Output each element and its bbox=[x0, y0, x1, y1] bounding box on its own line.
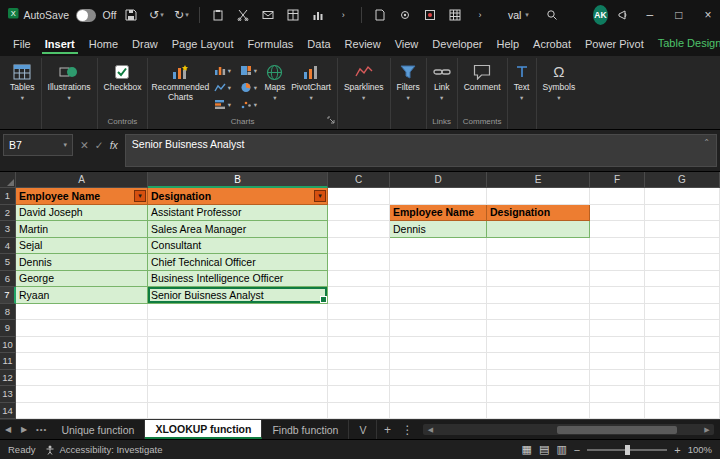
text-button[interactable]: Text ▾ bbox=[511, 58, 533, 101]
save-button[interactable] bbox=[121, 3, 141, 27]
maps-button[interactable]: Maps ▾ bbox=[261, 58, 288, 101]
zoom-in-icon[interactable]: + bbox=[674, 444, 680, 456]
search-icon[interactable] bbox=[542, 3, 562, 27]
cell-A9[interactable] bbox=[16, 320, 148, 337]
cell-E2[interactable]: Designation bbox=[487, 205, 590, 222]
column-chart-button[interactable]: ▾ bbox=[209, 62, 235, 79]
cell-F3[interactable] bbox=[590, 221, 645, 238]
cell-C7[interactable] bbox=[328, 287, 390, 304]
tab-view[interactable]: View bbox=[392, 33, 422, 54]
undo-button[interactable]: ↺▾ bbox=[146, 3, 166, 27]
checkbox-button[interactable]: Checkbox bbox=[101, 58, 145, 93]
cell-F9[interactable] bbox=[590, 320, 645, 337]
scroll-left-icon[interactable]: ◀ bbox=[423, 426, 437, 434]
tab-table-design[interactable]: Table Design bbox=[655, 32, 720, 54]
cell-C10[interactable] bbox=[328, 337, 390, 354]
cell-E10[interactable] bbox=[487, 337, 590, 354]
page-break-view-icon[interactable]: ▥ bbox=[556, 443, 566, 456]
column-header-D[interactable]: D bbox=[390, 172, 487, 188]
cell-E14[interactable] bbox=[487, 403, 590, 420]
cell-D3[interactable]: Dennis bbox=[390, 221, 487, 238]
cell-D5[interactable] bbox=[390, 254, 487, 271]
row-header-5[interactable]: 5 bbox=[0, 254, 16, 271]
cell-C3[interactable] bbox=[328, 221, 390, 238]
formula-input[interactable]: Senior Buisness Analyst ⌃ bbox=[125, 134, 717, 167]
cell-E9[interactable] bbox=[487, 320, 590, 337]
megaphone-icon[interactable] bbox=[613, 3, 633, 27]
cell-E4[interactable] bbox=[487, 238, 590, 255]
cell-B12[interactable] bbox=[148, 370, 328, 387]
cell-E13[interactable] bbox=[487, 386, 590, 403]
cell-E5[interactable] bbox=[487, 254, 590, 271]
horizontal-scrollbar[interactable]: ◀ ▶ bbox=[423, 424, 714, 435]
scroll-sheets-left-icon[interactable]: ◀ bbox=[0, 420, 16, 439]
cell-D14[interactable] bbox=[390, 403, 487, 420]
cell-E6[interactable] bbox=[487, 271, 590, 288]
cell-C4[interactable] bbox=[328, 238, 390, 255]
cell-D1[interactable] bbox=[390, 188, 487, 205]
collapse-formula-bar-icon[interactable]: ⌃ bbox=[703, 138, 710, 147]
cell-A8[interactable] bbox=[16, 304, 148, 321]
cell-F10[interactable] bbox=[590, 337, 645, 354]
cell-A2[interactable]: David Joseph bbox=[16, 205, 148, 222]
cell-G2[interactable] bbox=[645, 205, 720, 222]
cell-A7[interactable]: Ryaan bbox=[16, 287, 148, 304]
confirm-formula-icon[interactable]: ✓ bbox=[95, 139, 104, 151]
zoom-out-icon[interactable]: − bbox=[574, 444, 580, 456]
row-header-4[interactable]: 4 bbox=[0, 238, 16, 255]
cell-F11[interactable] bbox=[590, 353, 645, 370]
record-macro-icon[interactable] bbox=[420, 3, 440, 27]
grid-icon[interactable] bbox=[445, 3, 465, 27]
row-header-9[interactable]: 9 bbox=[0, 320, 16, 337]
avatar[interactable]: AK bbox=[593, 5, 608, 25]
tab-file[interactable]: File bbox=[10, 33, 34, 54]
quick-search-dropdown[interactable]: val ▾ bbox=[500, 7, 537, 23]
scatter-chart-button[interactable]: ▾ bbox=[235, 96, 261, 113]
cell-G3[interactable] bbox=[645, 221, 720, 238]
cell-B4[interactable]: Consultant bbox=[148, 238, 328, 255]
overflow-chevron-icon[interactable]: › bbox=[470, 3, 490, 27]
cell-C11[interactable] bbox=[328, 353, 390, 370]
cell-G1[interactable] bbox=[645, 188, 720, 205]
name-box[interactable]: B7 ▾ bbox=[3, 134, 73, 156]
illustrations-button[interactable]: Illustrations ▾ bbox=[45, 58, 94, 101]
column-header-F[interactable]: F bbox=[590, 172, 645, 188]
cell-B11[interactable] bbox=[148, 353, 328, 370]
accessibility-status[interactable]: Accessibility: Investigate bbox=[45, 444, 162, 455]
cell-G10[interactable] bbox=[645, 337, 720, 354]
line-chart-button[interactable]: ▾ bbox=[209, 79, 235, 96]
link-button[interactable]: Link ▾ bbox=[430, 58, 454, 101]
select-all-corner[interactable] bbox=[0, 172, 16, 188]
sheet-tab-xlookup-function[interactable]: XLOOKUP function bbox=[145, 420, 262, 439]
cell-F7[interactable] bbox=[590, 287, 645, 304]
cell-B8[interactable] bbox=[148, 304, 328, 321]
gear-icon[interactable] bbox=[395, 3, 415, 27]
cell-C2[interactable] bbox=[328, 205, 390, 222]
cell-B14[interactable] bbox=[148, 403, 328, 420]
cancel-formula-icon[interactable]: ✕ bbox=[80, 139, 89, 151]
sparklines-button[interactable]: Sparklines ▾ bbox=[341, 58, 387, 101]
cell-G11[interactable] bbox=[645, 353, 720, 370]
cell-E7[interactable] bbox=[487, 287, 590, 304]
row-header-14[interactable]: 14 bbox=[0, 403, 16, 420]
cell-C5[interactable] bbox=[328, 254, 390, 271]
cell-F12[interactable] bbox=[590, 370, 645, 387]
cell-D13[interactable] bbox=[390, 386, 487, 403]
cell-A6[interactable]: George bbox=[16, 271, 148, 288]
filter-button-A1[interactable]: ▾ bbox=[134, 190, 146, 202]
scroll-sheets-right-icon[interactable]: ▶ bbox=[16, 420, 32, 439]
table-quick-icon[interactable] bbox=[283, 3, 303, 27]
zoom-level[interactable]: 100% bbox=[688, 444, 712, 455]
filter-button-B1[interactable]: ▾ bbox=[314, 190, 326, 202]
minimize-button[interactable]: – bbox=[638, 0, 662, 30]
dialog-launcher-icon[interactable] bbox=[327, 110, 335, 128]
row-header-12[interactable]: 12 bbox=[0, 370, 16, 387]
page-layout-view-icon[interactable]: ▤ bbox=[539, 443, 549, 456]
cell-C12[interactable] bbox=[328, 370, 390, 387]
tab-formulas[interactable]: Formulas bbox=[245, 33, 297, 54]
tab-data[interactable]: Data bbox=[304, 33, 333, 54]
cell-A13[interactable] bbox=[16, 386, 148, 403]
cell-D9[interactable] bbox=[390, 320, 487, 337]
cell-F14[interactable] bbox=[590, 403, 645, 420]
cell-F4[interactable] bbox=[590, 238, 645, 255]
